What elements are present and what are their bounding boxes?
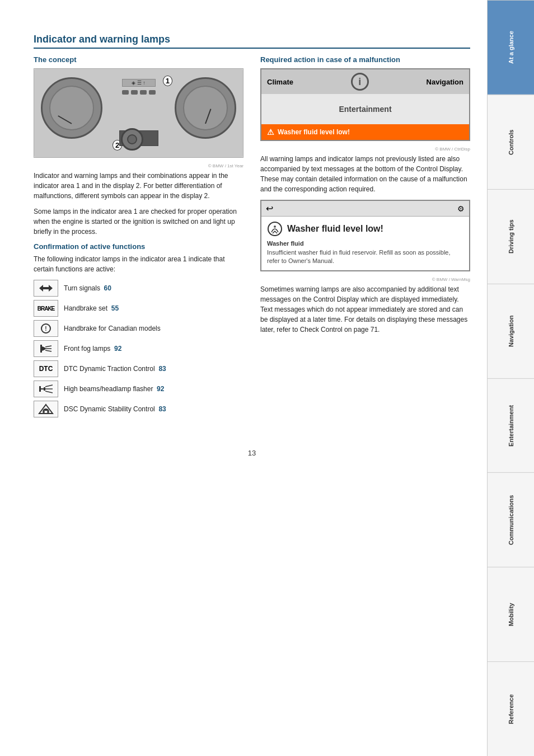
sidebar-tab-entertainment[interactable]: Entertainment	[488, 378, 534, 473]
list-item: BRAKE Handbrake set 55	[34, 300, 243, 317]
list-item: Turn signals 60	[34, 280, 243, 297]
svg-rect-4	[40, 345, 42, 353]
idrive-warning-text: Washer fluid level low!	[278, 128, 350, 136]
detail-back-icon: ↩	[266, 203, 273, 214]
high-beams-text: High beams/headlamp flasher 92	[64, 385, 164, 393]
list-item: DSC Dynamic Stability Control 83	[34, 401, 243, 417]
list-item: High beams/headlamp flasher 92	[34, 381, 243, 397]
svg-point-16	[47, 411, 49, 413]
detail-main-title: Washer fluid level low!	[287, 224, 383, 234]
malfunction-title: Required action in case of a malfunction	[260, 55, 470, 64]
page-number: 13	[248, 449, 256, 457]
svg-text:!: !	[45, 326, 46, 332]
dtc-ref[interactable]: 83	[158, 365, 166, 373]
svg-line-5	[45, 346, 51, 347]
icon-list: Turn signals 60 BRAKE Handbrake set 55 !	[34, 280, 243, 417]
dsc-icon	[34, 401, 58, 417]
sidebar-tab-communications[interactable]: Communications	[488, 472, 534, 567]
dsc-text: DSC Dynamic Stability Control 83	[64, 405, 166, 413]
svg-line-11	[45, 385, 53, 387]
body-text-1: Indicator and warning lamps and their co…	[34, 171, 243, 201]
dtc-icon: DTC	[34, 360, 58, 377]
turn-signals-icon	[34, 280, 58, 297]
detail-header: ↩ ⚙	[261, 201, 469, 217]
svg-point-15	[43, 411, 45, 413]
malfunction-body-2: Sometimes warning lamps are also accompa…	[260, 284, 470, 335]
detail-sub-title: Washer fluid	[267, 240, 463, 247]
svg-point-18	[274, 226, 276, 228]
cluster-label-1: 1	[163, 76, 172, 86]
idrive-info-icon: i	[351, 73, 369, 91]
handbrake-canada-text: Handbrake for Canadian models	[64, 325, 161, 332]
detail-message-box: ↩ ⚙ Washer fluid level low! Washer fluid	[260, 200, 470, 271]
malfunction-body-1: All warning lamps and indicator lamps no…	[260, 154, 470, 194]
detail-settings-icon: ⚙	[457, 204, 465, 213]
list-item: Front fog lamps 92	[34, 340, 243, 357]
idrive-screen: Climate i Navigation Entertainment ⚠ Was…	[260, 68, 470, 141]
page-bottom: 13	[34, 438, 470, 457]
detail-description: Insufficient washer fluid in fluid reser…	[267, 248, 463, 266]
handbrake-canada-icon: !	[34, 320, 58, 337]
idrive-navigation-label: Navigation	[427, 78, 463, 86]
warning-triangle-icon: ⚠	[267, 128, 274, 137]
svg-marker-0	[39, 285, 46, 292]
handbrake-icon: BRAKE	[34, 300, 58, 317]
high-beams-icon	[34, 381, 58, 397]
svg-rect-10	[44, 387, 45, 391]
svg-line-7	[45, 350, 51, 351]
sidebar-tab-driving-tips[interactable]: Driving tips	[488, 189, 534, 284]
sidebar: At a glance Controls Driving tips Naviga…	[487, 0, 534, 756]
idrive-climate-label: Climate	[267, 78, 293, 86]
idrive-top-bar: Climate i Navigation	[261, 69, 469, 94]
list-item: DTC DTC Dynamic Traction Control 83	[34, 360, 243, 377]
sidebar-tab-at-a-glance[interactable]: At a glance	[488, 0, 534, 95]
list-item: ! Handbrake for Canadian models	[34, 320, 243, 337]
body-text-2: Some lamps in the indicator area 1 are c…	[34, 206, 243, 237]
image-credit-3: © BMW / WarnMsg	[260, 277, 470, 282]
cluster-diagram: ◈ ☰ ↑ 1 2 M 1——	[34, 68, 243, 158]
svg-line-13	[45, 391, 53, 393]
dtc-text: DTC Dynamic Traction Control 83	[64, 365, 166, 373]
section-title: Indicator and warning lamps	[34, 34, 470, 49]
svg-marker-1	[46, 285, 53, 292]
turn-signals-ref[interactable]: 60	[104, 284, 111, 292]
washer-icon	[267, 221, 283, 237]
sidebar-tab-navigation[interactable]: Navigation	[488, 284, 534, 378]
idrive-warning-bar: ⚠ Washer fluid level low!	[261, 124, 469, 140]
sidebar-tab-mobility[interactable]: Mobility	[488, 567, 534, 661]
concept-subtitle: The concept	[34, 55, 243, 64]
turn-signals-text: Turn signals 60	[64, 284, 111, 292]
fog-lamps-ref[interactable]: 92	[114, 345, 121, 353]
conf-body-text: The following indicator lamps in the ind…	[34, 254, 243, 274]
handbrake-ref[interactable]: 55	[111, 304, 119, 312]
fog-lamps-icon	[34, 340, 58, 357]
dsc-ref[interactable]: 83	[158, 405, 166, 413]
image-credit-1: © BMW / 1st Year	[34, 163, 243, 168]
idrive-center: Entertainment	[261, 94, 469, 124]
idrive-entertainment-label: Entertainment	[339, 105, 391, 114]
detail-body: Washer fluid level low! Washer fluid Ins…	[261, 217, 469, 270]
image-credit-2: © BMW / CtrlDisp	[260, 147, 470, 152]
svg-rect-8	[39, 386, 41, 392]
sidebar-tab-controls[interactable]: Controls	[488, 95, 534, 189]
detail-title-row: Washer fluid level low!	[267, 221, 463, 237]
sidebar-tab-reference[interactable]: Reference	[488, 661, 534, 756]
confirmation-title: Confirmation of active functions	[34, 242, 243, 251]
handbrake-text: Handbrake set 55	[64, 304, 119, 312]
high-beams-ref[interactable]: 92	[157, 385, 164, 393]
fog-lamps-text: Front fog lamps 92	[64, 345, 121, 353]
